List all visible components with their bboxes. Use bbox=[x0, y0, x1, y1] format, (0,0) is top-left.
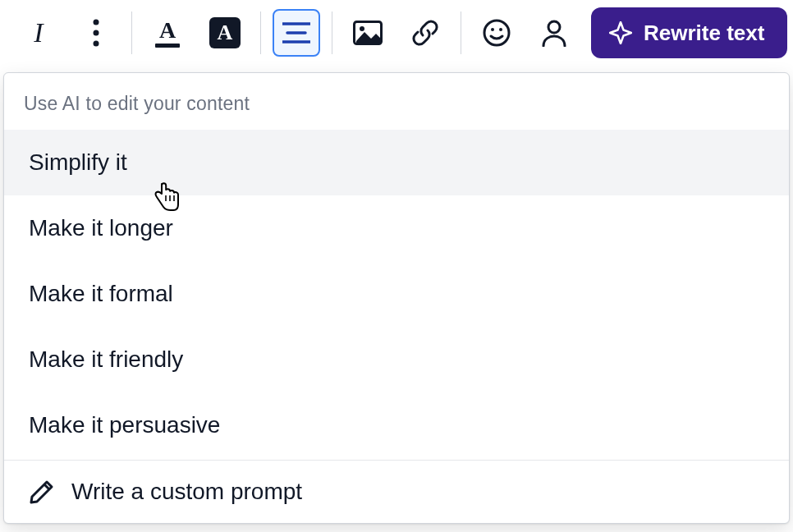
custom-prompt-label: Write a custom prompt bbox=[71, 479, 302, 505]
background-color-icon: A bbox=[209, 17, 241, 48]
italic-button[interactable]: I bbox=[15, 9, 62, 57]
emoji-icon bbox=[483, 19, 511, 47]
image-button[interactable] bbox=[344, 9, 392, 57]
link-button[interactable] bbox=[401, 9, 449, 57]
dropdown-item-label: Make it formal bbox=[29, 281, 173, 306]
formatting-toolbar: I A A bbox=[0, 0, 793, 66]
pencil-icon bbox=[29, 479, 55, 505]
svg-point-2 bbox=[94, 41, 99, 47]
dropdown-header: Use AI to edit your content bbox=[4, 73, 789, 130]
kebab-menu-icon bbox=[93, 19, 99, 47]
rewrite-text-label: Rewrite text bbox=[644, 21, 764, 46]
rewrite-text-button[interactable]: Rewrite text bbox=[591, 7, 787, 58]
dropdown-item-friendly[interactable]: Make it friendly bbox=[4, 327, 789, 392]
more-options-button[interactable] bbox=[72, 9, 120, 57]
italic-icon: I bbox=[34, 17, 43, 48]
dropdown-item-label: Simplify it bbox=[29, 149, 127, 175]
sparkle-icon bbox=[609, 21, 632, 44]
toolbar-divider bbox=[332, 11, 332, 54]
mention-button[interactable] bbox=[530, 9, 578, 57]
text-color-button[interactable]: A bbox=[144, 9, 191, 57]
align-center-icon bbox=[282, 22, 310, 44]
toolbar-divider bbox=[260, 11, 261, 54]
svg-point-8 bbox=[484, 21, 509, 45]
link-icon bbox=[410, 18, 440, 48]
ai-rewrite-dropdown: Use AI to edit your content Simplify it … bbox=[3, 72, 790, 524]
dropdown-item-persuasive[interactable]: Make it persuasive bbox=[4, 392, 789, 458]
dropdown-item-longer[interactable]: Make it longer bbox=[4, 195, 789, 261]
dropdown-item-formal[interactable]: Make it formal bbox=[4, 261, 789, 327]
svg-point-1 bbox=[94, 30, 99, 36]
svg-point-10 bbox=[499, 28, 502, 31]
dropdown-item-simplify[interactable]: Simplify it bbox=[4, 130, 789, 195]
svg-point-9 bbox=[491, 28, 494, 31]
dropdown-item-label: Make it persuasive bbox=[29, 412, 220, 438]
image-icon bbox=[353, 21, 383, 45]
align-button[interactable] bbox=[273, 9, 320, 57]
toolbar-divider bbox=[461, 11, 461, 54]
svg-point-0 bbox=[94, 20, 99, 25]
toolbar-divider bbox=[131, 11, 132, 54]
background-color-button[interactable]: A bbox=[201, 9, 249, 57]
dropdown-custom-prompt[interactable]: Write a custom prompt bbox=[4, 460, 789, 523]
dropdown-item-label: Make it longer bbox=[29, 215, 173, 241]
dropdown-item-label: Make it friendly bbox=[29, 346, 183, 372]
svg-point-11 bbox=[548, 21, 560, 33]
svg-point-7 bbox=[360, 26, 364, 31]
person-icon bbox=[541, 19, 567, 47]
text-color-icon: A bbox=[155, 19, 180, 48]
emoji-button[interactable] bbox=[473, 9, 520, 57]
